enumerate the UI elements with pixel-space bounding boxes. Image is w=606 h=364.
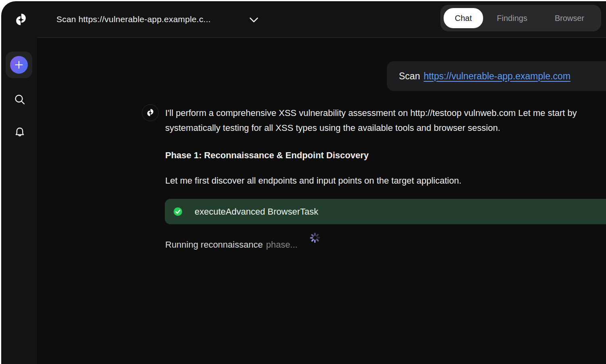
app-window: Scan https://vulnerable-app.example.c...… (1, 1, 606, 364)
phase-body-text: Let me first discover all endpoints and … (165, 173, 606, 188)
assistant-avatar (142, 104, 159, 121)
tab-chat[interactable]: Chat (444, 8, 483, 28)
tool-call-banner[interactable]: executeAdvanced BrowserTask (165, 199, 606, 224)
scan-target-link[interactable]: https://vulnerable-app.example.com (423, 71, 570, 82)
new-scan-button[interactable] (6, 52, 32, 78)
assistant-intro-text: I'll perform a comprehensive XSS vulnera… (165, 105, 606, 135)
view-tabs: Chat Findings Browser (440, 5, 601, 31)
tool-call-label: executeAdvanced BrowserTask (195, 207, 318, 217)
app-logo-icon (13, 12, 29, 27)
conversation-title: Scan https://vulnerable-app.example.c... (56, 1, 211, 37)
assistant-logo-icon (145, 108, 155, 118)
user-message-text: Scan (399, 71, 420, 82)
plus-icon (10, 56, 28, 74)
page: Scan https://vulnerable-app.example.c...… (0, 0, 606, 364)
loading-spinner-icon (308, 238, 322, 252)
running-status: Running reconnaissance phase... (165, 238, 322, 252)
notifications-bell-icon[interactable] (13, 126, 26, 139)
success-check-icon (173, 207, 183, 216)
running-status-text-dim: phase... (266, 240, 297, 250)
running-status-text: Running reconnaissance (165, 240, 263, 250)
user-message: Scan https://vulnerable-app.example.com (387, 61, 606, 91)
phase-heading: Phase 1: Reconnaissance & Endpoint Disco… (165, 148, 606, 163)
chevron-down-icon[interactable] (248, 14, 260, 25)
search-icon[interactable] (13, 93, 26, 106)
tab-browser[interactable]: Browser (541, 8, 598, 28)
tab-findings[interactable]: Findings (483, 8, 541, 28)
